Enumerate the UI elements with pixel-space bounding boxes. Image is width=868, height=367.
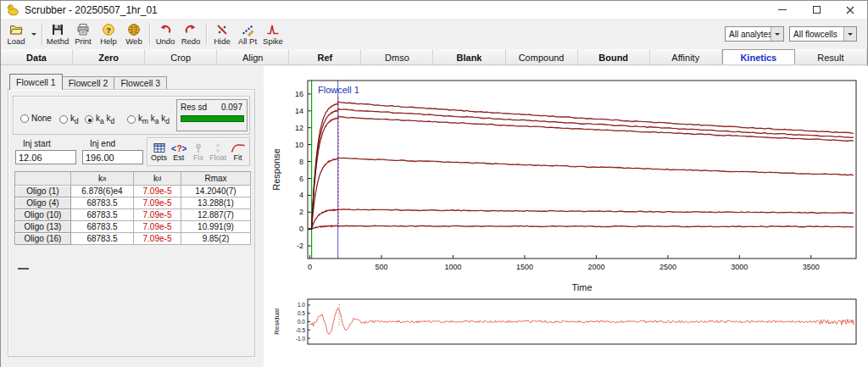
tab-blank[interactable]: Blank xyxy=(433,49,505,64)
svg-text:6: 6 xyxy=(299,175,303,183)
close-icon xyxy=(846,6,854,14)
toolbar-buttons: LoadMethdPrint?HelpWebUndoRedoHideAll Pt… xyxy=(3,20,286,48)
tab-bound[interactable]: Bound xyxy=(578,49,650,64)
toolbar-button-methd[interactable]: Methd xyxy=(45,20,70,48)
main-chart[interactable]: 0500100015002000250030003500-20246810121… xyxy=(269,74,865,296)
svg-text:14: 14 xyxy=(295,107,303,115)
svg-text:2500: 2500 xyxy=(659,263,676,271)
radio-none[interactable]: None xyxy=(20,114,52,123)
table-corner-header xyxy=(15,172,71,186)
minimize-button[interactable] xyxy=(765,1,799,19)
toolbar-separator xyxy=(206,23,207,45)
maximize-button[interactable] xyxy=(799,1,833,19)
window-title: Scrubber - 20250507_1hr_01 xyxy=(25,4,158,16)
cell-rmax[interactable]: 13.288(1) xyxy=(181,197,251,209)
radio-ka-kd[interactable]: ka kd xyxy=(85,114,114,125)
row-label-button[interactable]: Oligo (10) xyxy=(15,209,71,221)
svg-text:3500: 3500 xyxy=(803,263,820,271)
svg-text:0: 0 xyxy=(299,225,303,233)
panel-button-est[interactable]: <?>Est xyxy=(169,139,188,164)
flowcell-tab-2[interactable]: Flowcell 2 xyxy=(62,76,115,90)
undo-icon xyxy=(159,23,172,36)
svg-text:1500: 1500 xyxy=(516,263,533,271)
flowcells-dropdown[interactable]: All flowcells xyxy=(789,26,857,42)
inj-start-input[interactable] xyxy=(15,150,76,164)
radio-button-icon xyxy=(127,115,136,124)
fit-curve-icon xyxy=(231,142,246,153)
cell-ka[interactable]: 68783.5 xyxy=(71,221,134,233)
cell-rmax[interactable]: 10.991(9) xyxy=(181,221,251,233)
tab-dmso[interactable]: Dmso xyxy=(361,49,433,64)
toolbar-button-print[interactable]: Print xyxy=(70,20,96,48)
row-label-button[interactable]: Oligo (1) xyxy=(15,186,71,197)
tab-zero[interactable]: Zero xyxy=(73,49,145,64)
tab-data[interactable]: Data xyxy=(1,49,73,64)
chevron-down-icon[interactable] xyxy=(771,27,783,41)
panel-button-opts[interactable]: Opts xyxy=(149,139,169,164)
cell-ka[interactable]: 68783.5 xyxy=(71,209,134,221)
toolbar-button-load[interactable]: Load xyxy=(3,20,29,48)
cell-kd[interactable]: 7.09e-5 xyxy=(134,197,181,209)
toolbar-button-undo[interactable]: Undo xyxy=(153,20,178,48)
toolbar-button-help[interactable]: ?Help xyxy=(96,20,121,48)
cell-kd[interactable]: 7.09e-5 xyxy=(134,209,181,221)
radio-kd[interactable]: kd xyxy=(59,114,79,125)
toolbar-button-web[interactable]: Web xyxy=(121,20,147,48)
toolbar-button-spike[interactable]: Spike xyxy=(260,20,286,48)
all-points-icon xyxy=(241,23,254,36)
kinetics-table: kakdRmaxOligo (1)6.878(6)e47.09e-514.204… xyxy=(14,171,251,245)
cell-ka[interactable]: 68783.5 xyxy=(71,197,134,209)
tab-affinity[interactable]: Affinity xyxy=(650,49,722,64)
redo-icon xyxy=(184,23,198,36)
main-tab-bar: DataZeroCropAlignRefDmsoBlankCompoundBou… xyxy=(1,49,867,65)
toolbar-button-hide[interactable]: Hide xyxy=(209,20,235,48)
hide-icon xyxy=(215,23,229,36)
col-header-ka: ka xyxy=(71,172,134,186)
cell-rmax[interactable]: 9.85(2) xyxy=(181,233,251,245)
cell-rmax[interactable]: 12.887(7) xyxy=(181,209,251,221)
panel-button-float: Float xyxy=(209,139,228,164)
tab-align[interactable]: Align xyxy=(217,49,289,64)
svg-text:0.0: 0.0 xyxy=(298,319,305,325)
flowcell-tab-3[interactable]: Flowcell 3 xyxy=(114,76,167,90)
row-label-button[interactable]: Oligo (16) xyxy=(15,233,71,245)
svg-text:1.0: 1.0 xyxy=(298,302,305,308)
estimate-icon: <?> xyxy=(170,142,187,153)
svg-text:3000: 3000 xyxy=(731,263,748,271)
svg-text:2000: 2000 xyxy=(587,263,604,271)
load-dropdown-arrow-icon[interactable] xyxy=(29,20,39,48)
tab-ref[interactable]: Ref xyxy=(289,49,361,64)
cell-kd[interactable]: 7.09e-5 xyxy=(134,221,181,233)
res-sd-box: Res sd 0.097 xyxy=(176,99,248,131)
cell-rmax[interactable]: 14.2040(7) xyxy=(181,186,251,197)
toolbar-filters: All analytes All flowcells xyxy=(725,26,857,42)
flowcell-tab-1[interactable]: Flowcell 1 xyxy=(9,74,63,90)
tab-compound[interactable]: Compound xyxy=(506,49,578,64)
svg-text:4: 4 xyxy=(299,191,303,199)
chevron-down-icon[interactable] xyxy=(843,27,856,41)
radio-km-ka-kd[interactable]: km ka kd xyxy=(127,114,170,125)
cell-ka[interactable]: 6.878(6)e4 xyxy=(71,186,134,197)
close-button[interactable] xyxy=(833,1,867,19)
cell-kd[interactable]: 7.09e-5 xyxy=(134,186,181,197)
spike-icon xyxy=(266,23,280,36)
tab-crop[interactable]: Crop xyxy=(145,49,217,64)
svg-text:10: 10 xyxy=(295,141,303,149)
float-icon xyxy=(212,142,224,153)
inj-end-input[interactable] xyxy=(82,150,143,164)
toolbar-button-allpt[interactable]: All Pt xyxy=(235,20,260,48)
toolbar-button-redo[interactable]: Redo xyxy=(178,20,203,48)
tab-kinetics[interactable]: Kinetics xyxy=(722,49,795,64)
folder-open-icon xyxy=(9,23,23,36)
panel-button-fit[interactable]: Fit xyxy=(228,139,248,164)
svg-text:0: 0 xyxy=(308,263,312,271)
cell-kd[interactable]: 7.09e-5 xyxy=(134,233,181,245)
options-grid-icon xyxy=(153,142,165,153)
tab-result[interactable]: Result xyxy=(795,49,867,64)
row-label-button[interactable]: Oligo (13) xyxy=(15,221,71,233)
cell-ka[interactable]: 68783.5 xyxy=(71,233,134,245)
row-label-button[interactable]: Oligo (4) xyxy=(15,197,71,209)
res-sd-value: 0.097 xyxy=(221,103,242,112)
residual-chart[interactable]: 1.00.50.0-0.5-1.0Residual xyxy=(269,296,865,348)
analytes-dropdown[interactable]: All analytes xyxy=(725,26,784,42)
